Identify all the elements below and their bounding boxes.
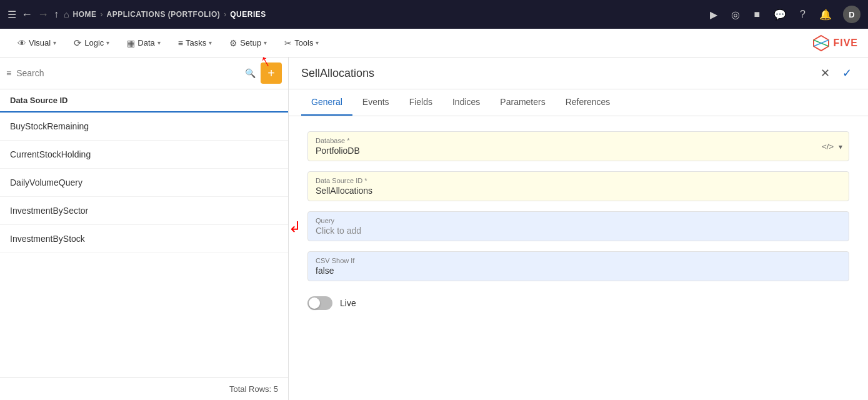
tabs-bar: General Events Fields Indices Parameters…	[289, 89, 868, 116]
tasks-icon: ≡	[178, 38, 183, 48]
tab-fields[interactable]: Fields	[399, 89, 442, 116]
menu-visual-label: Visual	[29, 38, 51, 48]
tab-events[interactable]: Events	[352, 89, 399, 116]
code-icon[interactable]: </>	[822, 142, 834, 151]
live-label: Live	[340, 298, 356, 308]
database-field-wrapper[interactable]: Database * PortfolioDB </> ▾	[307, 131, 849, 161]
list-item-label: DailyVolumeQuery	[10, 178, 82, 188]
tab-general[interactable]: General	[301, 89, 352, 116]
database-field: Database * PortfolioDB </> ▾	[307, 131, 849, 161]
sidebar-list: BuyStockRemaining CurrentStockHolding Da…	[0, 112, 288, 378]
datasource-id-field: Data Source ID * SellAllocations	[307, 171, 849, 201]
nav-left: ☰ ← → ↑ ⌂ HOME › APPLICATIONS (PORTFOLIO…	[7, 8, 702, 21]
content-header-actions: ✕ ✓	[817, 65, 856, 81]
main-layout: ≡ 🔍 + ↓ Data Source ID BuyStockRemaining…	[0, 58, 868, 400]
tab-references-label: References	[566, 97, 611, 107]
breadcrumb-sep-2: ›	[224, 10, 226, 19]
preview-icon[interactable]: ◎	[729, 6, 742, 23]
search-icon[interactable]: 🔍	[245, 68, 256, 78]
form-area: Database * PortfolioDB </> ▾ Data Source…	[289, 116, 868, 400]
chat-icon[interactable]: 💬	[771, 6, 789, 23]
live-row: Live	[307, 291, 849, 315]
list-item-label: InvestmentByStock	[10, 234, 85, 244]
play-icon[interactable]: ▶	[707, 6, 720, 23]
menu-icon[interactable]: ☰	[7, 9, 16, 21]
tab-fields-label: Fields	[409, 97, 432, 107]
bell-icon[interactable]: 🔔	[817, 6, 834, 23]
dropdown-icon[interactable]: ▾	[839, 142, 842, 151]
breadcrumb-applications[interactable]: APPLICATIONS (PORTFOLIO)	[106, 10, 220, 19]
list-item-label: InvestmentBySector	[10, 206, 88, 216]
top-navigation: ☰ ← → ↑ ⌂ HOME › APPLICATIONS (PORTFOLIO…	[0, 0, 868, 29]
tab-events-label: Events	[362, 97, 389, 107]
visual-chevron: ▾	[53, 39, 56, 46]
query-field: ↱ Query Click to add	[307, 211, 849, 241]
list-item[interactable]: InvestmentBySector	[0, 197, 288, 225]
live-toggle[interactable]	[307, 296, 332, 310]
menu-tools[interactable]: ✂ Tools ▾	[277, 34, 326, 52]
data-chevron: ▾	[157, 39, 161, 46]
menu-data[interactable]: ▦ Data ▾	[119, 34, 167, 52]
breadcrumb-home[interactable]: HOME	[72, 10, 96, 19]
list-item[interactable]: BuyStockRemaining	[0, 112, 288, 141]
up-icon[interactable]: ↑	[54, 9, 59, 20]
menu-tasks[interactable]: ≡ Tasks ▾	[171, 34, 219, 52]
menu-data-label: Data	[137, 38, 154, 48]
nav-right: ▶ ◎ ■ 💬 ? 🔔 D	[707, 6, 861, 23]
datasource-id-label: Data Source ID *	[316, 177, 841, 184]
avatar[interactable]: D	[843, 6, 861, 23]
tasks-chevron: ▾	[209, 39, 212, 46]
list-item[interactable]: DailyVolumeQuery	[0, 169, 288, 197]
breadcrumb: ⌂ HOME › APPLICATIONS (PORTFOLIO) › QUER…	[64, 9, 266, 19]
close-button[interactable]: ✕	[817, 65, 834, 81]
tab-parameters-label: Parameters	[500, 97, 545, 107]
content-panel: SellAllocations ✕ ✓ General Events Field…	[289, 58, 868, 400]
add-button[interactable]: +	[261, 62, 282, 84]
menu-bar: 👁 Visual ▾ ⟳ Logic ▾ ▦ Data ▾ ≡ Tasks ▾ …	[0, 29, 868, 58]
visual-icon: 👁	[17, 38, 26, 48]
query-value: Click to add	[316, 226, 841, 236]
menu-setup-label: Setup	[240, 38, 261, 48]
list-item[interactable]: CurrentStockHolding	[0, 141, 288, 169]
list-item-label: CurrentStockHolding	[10, 149, 91, 159]
home-icon: ⌂	[64, 9, 69, 19]
filter-icon[interactable]: ≡	[6, 68, 11, 78]
csv-show-if-field-wrapper[interactable]: CSV Show If false	[307, 251, 849, 281]
database-label: Database *	[316, 137, 841, 144]
help-icon[interactable]: ?	[797, 6, 808, 22]
list-item-label: BuyStockRemaining	[10, 121, 89, 131]
menu-tools-label: Tools	[294, 38, 313, 48]
confirm-button[interactable]: ✓	[839, 65, 856, 81]
query-arrow: ↱	[289, 218, 301, 235]
five-logo-icon	[812, 34, 831, 52]
database-field-icons: </> ▾	[822, 142, 842, 151]
content-header: SellAllocations ✕ ✓	[289, 58, 868, 89]
back-icon[interactable]: ←	[21, 8, 32, 21]
data-icon: ▦	[127, 38, 135, 48]
csv-show-if-label: CSV Show If	[316, 257, 841, 264]
total-rows-label: Total Rows: 5	[229, 384, 278, 394]
datasource-id-field-wrapper[interactable]: Data Source ID * SellAllocations	[307, 171, 849, 201]
stop-icon[interactable]: ■	[751, 6, 762, 22]
setup-icon: ⚙	[229, 38, 237, 48]
tools-icon: ✂	[284, 38, 292, 48]
tab-references[interactable]: References	[556, 89, 621, 116]
menu-logic[interactable]: ⟳ Logic ▾	[66, 34, 117, 52]
menu-tasks-label: Tasks	[186, 38, 206, 48]
sidebar: ≡ 🔍 + ↓ Data Source ID BuyStockRemaining…	[0, 58, 289, 400]
database-value: PortfolioDB	[316, 146, 841, 156]
setup-chevron: ▾	[264, 39, 267, 46]
tab-indices[interactable]: Indices	[442, 89, 490, 116]
tab-parameters[interactable]: Parameters	[490, 89, 555, 116]
forward-icon[interactable]: →	[37, 8, 49, 21]
search-input[interactable]	[16, 68, 240, 78]
breadcrumb-queries[interactable]: QUERIES	[230, 10, 266, 19]
menu-visual[interactable]: 👁 Visual ▾	[10, 34, 64, 52]
content-title: SellAllocations	[301, 67, 809, 80]
query-field-wrapper[interactable]: Query Click to add	[307, 211, 849, 241]
query-label: Query	[316, 217, 841, 224]
menu-setup[interactable]: ⚙ Setup ▾	[222, 34, 274, 52]
five-logo-text: FIVE	[833, 38, 858, 49]
logic-chevron: ▾	[106, 39, 109, 46]
list-item[interactable]: InvestmentByStock	[0, 225, 288, 253]
